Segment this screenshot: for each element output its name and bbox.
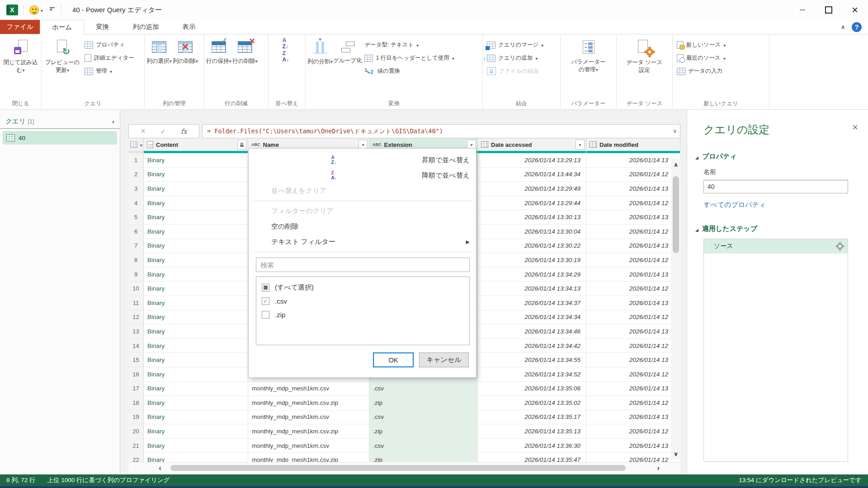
scroll-down-icon[interactable]: ∨	[671, 448, 681, 459]
date-accessed-cell[interactable]: 2026/01/14 13:30:19	[478, 253, 586, 267]
content-cell[interactable]: Binary	[144, 182, 248, 196]
remove-rows-button[interactable]: 行の削除	[232, 37, 258, 96]
content-cell[interactable]: Binary	[144, 153, 248, 168]
date-accessed-cell[interactable]: 2026/01/14 13:34:55	[478, 353, 586, 367]
date-modified-cell[interactable]: 2026/01/14 12	[586, 367, 680, 382]
vertical-scrollbar[interactable]: ∧ ∨	[671, 159, 681, 459]
date-accessed-cell[interactable]: 2026/01/14 13:29:44	[478, 196, 586, 211]
filter-button-date-accessed[interactable]	[576, 140, 585, 150]
date-accessed-cell[interactable]: 2026/01/14 13:30:13	[478, 210, 586, 225]
applied-steps-section-header[interactable]: 適用したステップ	[687, 225, 868, 233]
remove-columns-button[interactable]: 列の削除	[172, 37, 198, 96]
row-number[interactable]: 20	[128, 424, 144, 439]
combine-files-header-button[interactable]	[237, 140, 246, 150]
replace-values-button[interactable]: 値の置換	[362, 65, 457, 78]
content-cell[interactable]: Binary	[144, 453, 248, 462]
date-accessed-cell[interactable]: 2026/01/14 13:34:37	[478, 296, 586, 310]
extension-cell[interactable]: .zip	[369, 453, 478, 462]
profiling-status[interactable]: 上位 1000 行に基づく列のプロファイリング	[47, 476, 170, 484]
date-modified-cell[interactable]: 2026/01/14 12	[586, 396, 680, 410]
group-by-button[interactable]: グループ化	[333, 37, 362, 96]
manage-button[interactable]: 管理	[82, 65, 137, 78]
date-modified-cell[interactable]: 2026/01/14 13	[586, 439, 680, 453]
row-number[interactable]: 22	[128, 453, 144, 462]
tab-view[interactable]: 表示	[171, 20, 208, 34]
properties-button[interactable]: プロパティ	[82, 38, 137, 52]
row-number[interactable]: 16	[128, 367, 144, 382]
tab-transform[interactable]: 変換	[84, 20, 121, 34]
date-accessed-cell[interactable]: 2026/01/14 13:34:13	[478, 282, 586, 296]
content-cell[interactable]: Binary	[144, 324, 248, 339]
row-number[interactable]: 15	[128, 353, 144, 367]
extension-cell[interactable]: .zip	[369, 424, 478, 439]
date-modified-cell[interactable]: 2026/01/14 12	[586, 282, 680, 296]
chevron-down-icon[interactable]	[41, 6, 43, 14]
date-modified-cell[interactable]: 2026/01/14 12	[586, 424, 680, 439]
customize-quick-access-toolbar-icon[interactable]	[49, 7, 56, 13]
date-accessed-cell[interactable]: 2026/01/14 13:30:04	[478, 225, 586, 239]
date-modified-cell[interactable]: 2026/01/14 13	[586, 153, 680, 168]
enter-data-button[interactable]: データの入力	[674, 65, 728, 78]
date-accessed-cell[interactable]: 2026/01/14 13:34:42	[478, 339, 586, 353]
cancel-button[interactable]: キャンセル	[419, 352, 469, 367]
date-modified-cell[interactable]: 2026/01/14 13	[586, 324, 680, 339]
row-number[interactable]: 21	[128, 439, 144, 453]
close-and-load-button[interactable]: 閉じて読み込む	[1, 37, 40, 96]
help-icon[interactable]	[852, 22, 862, 32]
collapse-ribbon-icon[interactable]	[840, 23, 845, 30]
close-settings-icon[interactable]	[852, 122, 858, 132]
date-accessed-cell[interactable]: 2026/01/14 13:34:52	[478, 367, 586, 382]
row-number[interactable]: 10	[128, 282, 144, 296]
row-number[interactable]: 13	[128, 324, 144, 339]
choose-columns-button[interactable]: 列の選択	[146, 37, 172, 96]
date-modified-cell[interactable]: 2026/01/14 13	[586, 210, 680, 225]
content-cell[interactable]: Binary	[144, 424, 248, 439]
content-cell[interactable]: Binary	[144, 225, 248, 239]
row-number[interactable]: 2	[128, 168, 144, 182]
checkbox-indeterminate-icon[interactable]	[262, 284, 269, 291]
date-modified-cell[interactable]: 2026/01/14 13	[586, 353, 680, 367]
row-number[interactable]: 19	[128, 410, 144, 425]
use-first-row-as-headers-button[interactable]: 1 行目をヘッダーとして使用	[362, 52, 457, 65]
name-cell[interactable]: monthly_mdp_mesh1km.csv.zip	[248, 396, 369, 410]
gear-icon[interactable]	[837, 243, 843, 249]
content-cell[interactable]: Binary	[144, 296, 248, 310]
horizontal-scrollbar[interactable]: ‹ ›	[128, 463, 680, 474]
row-number[interactable]: 3	[128, 182, 144, 196]
name-cell[interactable]: monthly_mdp_mesh1km.csv	[248, 382, 369, 396]
date-modified-cell[interactable]: 2026/01/14 12	[586, 253, 680, 267]
data-type-button[interactable]: データ型: テキスト	[362, 38, 457, 52]
extension-cell[interactable]: .csv	[369, 410, 478, 425]
checkbox-checked-icon[interactable]	[262, 297, 269, 305]
query-name-input[interactable]	[703, 180, 848, 193]
select-all-header[interactable]	[128, 138, 144, 151]
tab-add-column[interactable]: 列の追加	[121, 20, 170, 34]
date-accessed-cell[interactable]: 2026/01/14 13:35:47	[478, 453, 586, 462]
name-cell[interactable]: monthly_mdp_mesh1km.csv.zip	[248, 453, 369, 462]
date-accessed-cell[interactable]: 2026/01/14 13:34:46	[478, 324, 586, 339]
keep-rows-button[interactable]: 行の保持	[206, 37, 232, 96]
content-cell[interactable]: Binary	[144, 367, 248, 382]
collapse-queries-panel-icon[interactable]	[112, 117, 114, 125]
append-queries-button[interactable]: クエリの追加	[484, 52, 546, 65]
content-cell[interactable]: Binary	[144, 353, 248, 367]
content-cell[interactable]: Binary	[144, 282, 248, 296]
content-cell[interactable]: Binary	[144, 196, 248, 211]
properties-section-header[interactable]: プロパティ	[687, 152, 868, 161]
row-number[interactable]: 8	[128, 253, 144, 267]
column-header-date-accessed[interactable]: Date accessed	[478, 138, 586, 151]
date-modified-cell[interactable]: 2026/01/14 13	[586, 382, 680, 396]
date-modified-cell[interactable]: 2026/01/14 13	[586, 410, 680, 425]
row-number[interactable]: 14	[128, 339, 144, 353]
close-button[interactable]	[842, 0, 868, 20]
new-source-button[interactable]: 新しいソース	[674, 38, 728, 52]
menu-item-remove-empty[interactable]: 空の削除	[249, 219, 476, 234]
name-cell[interactable]: monthly_mdp_mesh1km.csv.zip	[248, 424, 369, 439]
content-cell[interactable]: Binary	[144, 396, 248, 410]
date-modified-cell[interactable]: 2026/01/14 12	[586, 225, 680, 239]
data-source-settings-button[interactable]: データ ソース設定	[625, 37, 664, 96]
content-cell[interactable]: Binary	[144, 339, 248, 353]
date-modified-cell[interactable]: 2026/01/14 13	[586, 267, 680, 282]
date-accessed-cell[interactable]: 2026/01/14 13:35:17	[478, 410, 586, 425]
row-number[interactable]: 11	[128, 296, 144, 310]
